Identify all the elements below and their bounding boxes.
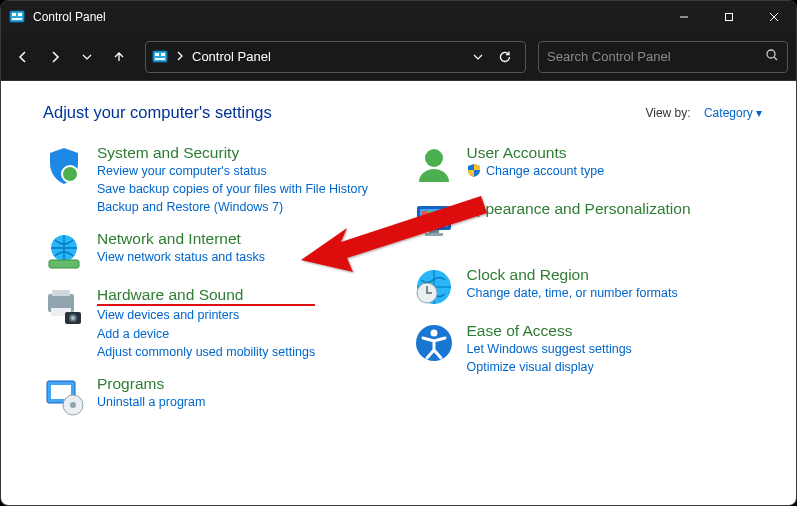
printer-camera-icon — [43, 286, 85, 328]
content-area: Adjust your computer's settings View by:… — [5, 85, 792, 501]
window-frame: Control Panel — [0, 0, 797, 506]
left-column: System and Security Review your computer… — [43, 144, 393, 431]
search-bar[interactable] — [538, 41, 788, 73]
user-icon — [413, 144, 455, 186]
svg-rect-33 — [422, 217, 427, 222]
view-by: View by: Category ▾ — [645, 106, 762, 120]
category-title[interactable]: Programs — [97, 375, 205, 393]
search-icon[interactable] — [765, 48, 779, 65]
chevron-right-icon[interactable] — [176, 49, 184, 64]
recent-locations-button[interactable] — [73, 43, 101, 71]
category-title[interactable]: Network and Internet — [97, 230, 265, 248]
category-link[interactable]: View devices and printers — [97, 306, 315, 324]
svg-rect-36 — [425, 233, 443, 236]
svg-rect-1 — [12, 13, 16, 16]
svg-rect-10 — [161, 53, 165, 56]
category-link[interactable]: Change account type — [467, 162, 605, 180]
accessibility-icon — [413, 322, 455, 364]
view-by-dropdown[interactable]: Category ▾ — [704, 106, 762, 120]
page-title: Adjust your computer's settings — [43, 103, 272, 122]
category-link[interactable]: Save backup copies of your files with Fi… — [97, 180, 368, 198]
category-link[interactable]: Add a device — [97, 325, 315, 343]
search-input[interactable] — [547, 49, 765, 64]
uac-shield-icon — [467, 163, 481, 177]
right-column: User Accounts Change account type — [413, 144, 763, 431]
category-appearance: Appearance and Personalization — [413, 200, 763, 242]
maximize-button[interactable] — [706, 1, 751, 33]
category-clock-region: Clock and Region Change date, time, or n… — [413, 266, 763, 308]
minimize-button[interactable] — [661, 1, 706, 33]
breadcrumb[interactable]: Control Panel — [192, 49, 271, 64]
category-link[interactable]: Optimize visual display — [467, 358, 632, 376]
category-link[interactable]: Backup and Restore (Windows 7) — [97, 198, 368, 216]
clock-globe-icon — [413, 266, 455, 308]
shield-icon — [43, 144, 85, 186]
category-title[interactable]: System and Security — [97, 144, 368, 162]
globe-network-icon — [43, 230, 85, 272]
forward-button[interactable] — [41, 43, 69, 71]
control-panel-icon — [152, 49, 168, 65]
category-user-accounts: User Accounts Change account type — [413, 144, 763, 186]
window-title: Control Panel — [33, 10, 106, 24]
refresh-button[interactable] — [491, 43, 519, 71]
svg-rect-9 — [155, 53, 159, 56]
category-link[interactable]: View network status and tasks — [97, 248, 265, 266]
svg-point-12 — [767, 50, 775, 58]
category-link[interactable]: Adjust commonly used mobility settings — [97, 343, 315, 361]
control-panel-icon — [9, 9, 25, 25]
svg-rect-31 — [422, 211, 427, 216]
address-bar[interactable]: Control Panel — [145, 41, 526, 73]
category-network-internet: Network and Internet View network status… — [43, 230, 393, 272]
nav-toolbar: Control Panel — [1, 33, 796, 81]
category-title[interactable]: Ease of Access — [467, 322, 632, 340]
category-title[interactable]: Clock and Region — [467, 266, 678, 284]
view-by-label: View by: — [645, 106, 690, 120]
programs-icon — [43, 375, 85, 417]
category-ease-of-access: Ease of Access Let Windows suggest setti… — [413, 322, 763, 376]
svg-point-22 — [71, 316, 75, 320]
svg-point-40 — [430, 330, 437, 337]
category-link[interactable]: Uninstall a program — [97, 393, 205, 411]
category-link[interactable]: Review your computer's status — [97, 162, 368, 180]
titlebar: Control Panel — [1, 1, 796, 33]
svg-rect-3 — [12, 18, 22, 20]
svg-rect-11 — [155, 58, 165, 60]
svg-rect-2 — [18, 13, 22, 16]
back-button[interactable] — [9, 43, 37, 71]
svg-rect-35 — [429, 230, 439, 233]
chevron-down-icon[interactable] — [473, 49, 483, 64]
svg-point-28 — [425, 149, 443, 167]
up-button[interactable] — [105, 43, 133, 71]
svg-rect-18 — [52, 290, 70, 296]
svg-rect-16 — [49, 260, 79, 268]
category-hardware-sound: Hardware and Sound View devices and prin… — [43, 286, 393, 360]
category-link[interactable]: Let Windows suggest settings — [467, 340, 632, 358]
category-programs: Programs Uninstall a program — [43, 375, 393, 417]
category-title[interactable]: Hardware and Sound — [97, 286, 315, 306]
monitor-appearance-icon — [413, 200, 455, 242]
category-title[interactable]: User Accounts — [467, 144, 605, 162]
svg-point-26 — [70, 402, 76, 408]
svg-point-14 — [62, 166, 78, 182]
svg-rect-0 — [10, 11, 24, 22]
category-system-security: System and Security Review your computer… — [43, 144, 393, 216]
svg-line-13 — [774, 57, 777, 60]
svg-rect-5 — [725, 14, 732, 21]
svg-rect-34 — [428, 217, 433, 222]
category-link[interactable]: Change date, time, or number formats — [467, 284, 678, 302]
svg-rect-32 — [428, 211, 433, 216]
svg-rect-8 — [153, 51, 167, 62]
category-title[interactable]: Appearance and Personalization — [467, 200, 691, 218]
close-button[interactable] — [751, 1, 796, 33]
